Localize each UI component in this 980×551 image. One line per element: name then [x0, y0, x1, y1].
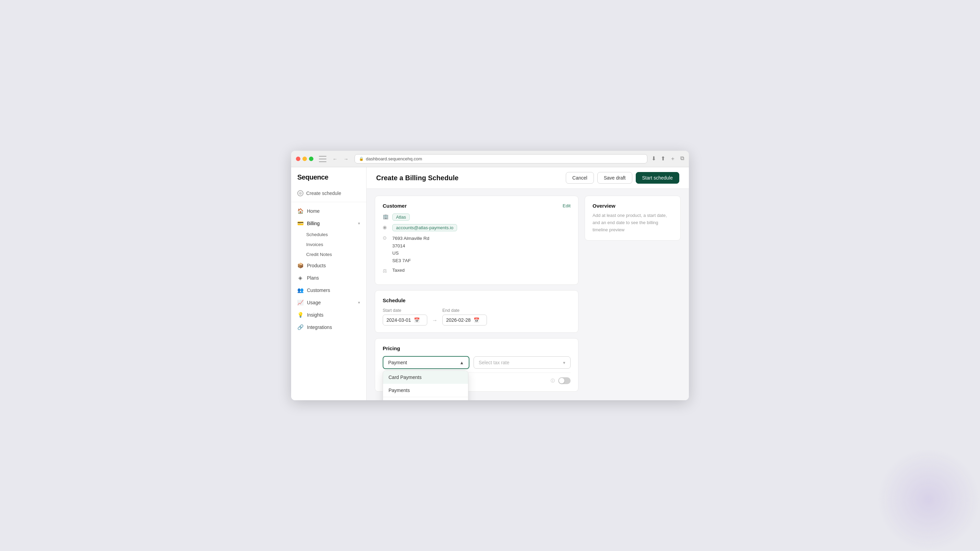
minimize-button[interactable]	[302, 157, 307, 161]
new-tab-icon[interactable]: ＋	[670, 155, 676, 162]
app-layout: Sequence ⊕ Create schedule 🏠 Home 💳 Bill…	[291, 167, 689, 400]
create-schedule-button[interactable]: ⊕ Create schedule	[291, 187, 366, 199]
start-date-value: 2024-03-01	[387, 317, 411, 323]
save-draft-button[interactable]: Save draft	[597, 172, 632, 184]
customer-name-tag: Atlas	[392, 213, 410, 221]
schedule-card-title: Schedule	[383, 297, 406, 303]
schedule-card-header: Schedule	[383, 297, 571, 303]
at-icon: ◉	[383, 224, 389, 230]
back-button[interactable]: ←	[331, 154, 339, 164]
browser-actions: ⬇ ⬆ ＋ ⧉	[652, 155, 684, 162]
stripe-toggle[interactable]	[558, 377, 571, 384]
customer-name-row: 🏢 Atlas	[383, 213, 571, 221]
pricing-row: Payment ▲ Card Payments Payments ＋	[383, 356, 571, 369]
start-date-calendar-icon: 📅	[414, 317, 420, 323]
create-schedule-label: Create schedule	[306, 191, 341, 196]
url-text: dashboard.sequencehq.com	[366, 156, 422, 161]
customer-email-tag: accounts@atlas-payments.io	[392, 224, 457, 231]
maximize-button[interactable]	[309, 157, 313, 161]
start-date-group: Start date 2024-03-01 📅	[383, 308, 427, 326]
create-schedule-icon: ⊕	[297, 190, 304, 196]
page-title: Create a Billing Schedule	[376, 174, 458, 182]
tax-icon: ⚖	[383, 268, 389, 274]
pricing-card-header: Pricing	[383, 345, 571, 351]
form-column: Customer Edit 🏢 Atlas ◉ accounts@atlas-p…	[375, 196, 579, 393]
building-icon: 🏢	[383, 214, 389, 220]
customer-address: 7693 Almaville Rd 37014 US SE3 7AF	[392, 235, 429, 264]
browser-chrome: ← → 🔒 dashboard.sequencehq.com ⬇ ⬆ ＋ ⧉	[291, 151, 689, 167]
integrations-icon: 🔗	[297, 324, 304, 330]
usage-chevron-icon: ▾	[358, 300, 360, 305]
sidebar-item-usage-label: Usage	[307, 300, 321, 305]
customer-address-row: ⊙ 7693 Almaville Rd 37014 US SE3 7AF	[383, 235, 571, 264]
address-postal: SE3 7AF	[392, 257, 429, 265]
end-date-value: 2026-02-28	[446, 317, 471, 323]
cancel-button[interactable]: Cancel	[566, 172, 594, 184]
sidebar-item-products[interactable]: 📦 Products	[291, 259, 366, 272]
sidebar-divider	[291, 202, 366, 202]
customer-card-header: Customer Edit	[383, 203, 571, 209]
app-logo: Sequence	[291, 173, 366, 187]
insights-icon: 💡	[297, 312, 304, 318]
tax-rate-placeholder: Select tax rate	[479, 360, 509, 365]
toggle-knob	[559, 378, 565, 383]
sidebar-item-home[interactable]: 🏠 Home	[291, 205, 366, 217]
sidebar-item-customers[interactable]: 👥 Customers	[291, 284, 366, 296]
sidebar-item-billing-label: Billing	[307, 221, 320, 226]
url-bar[interactable]: 🔒 dashboard.sequencehq.com	[355, 154, 648, 164]
download-icon[interactable]: ⬇	[652, 155, 656, 162]
pricing-card-title: Pricing	[383, 345, 400, 351]
pricing-select-value: Payment	[388, 360, 407, 365]
edit-customer-button[interactable]: Edit	[563, 203, 571, 208]
start-schedule-button[interactable]: Start schedule	[636, 172, 679, 184]
page-header: Create a Billing Schedule Cancel Save dr…	[367, 167, 689, 189]
nav-arrows: ← →	[331, 154, 350, 164]
main-content: Create a Billing Schedule Cancel Save dr…	[367, 167, 689, 400]
end-date-label: End date	[442, 308, 487, 313]
customer-tax-row: ⚖ Taxed	[383, 268, 571, 274]
date-arrow-separator: →	[432, 317, 438, 324]
billing-submenu: Schedules Invoices Credit Notes	[291, 230, 366, 259]
sidebar-item-credit-notes[interactable]: Credit Notes	[306, 249, 366, 259]
billing-icon: 💳	[297, 220, 304, 227]
sidebar-item-customers-label: Customers	[307, 287, 330, 293]
sidebar-item-products-label: Products	[307, 263, 326, 268]
sidebar-item-usage[interactable]: 📈 Usage ▾	[291, 296, 366, 309]
sidebar-item-schedules[interactable]: Schedules	[306, 230, 366, 240]
pricing-type-select[interactable]: Payment ▲	[383, 356, 469, 369]
pricing-card: Pricing Payment ▲ Card Payments	[375, 338, 579, 392]
close-button[interactable]	[296, 157, 301, 161]
usage-icon: 📈	[297, 300, 304, 306]
dropdown-item-payments[interactable]: Payments	[383, 384, 468, 397]
tax-select-chevron-icon: ▾	[563, 360, 565, 365]
sidebar: Sequence ⊕ Create schedule 🏠 Home 💳 Bill…	[291, 167, 367, 400]
sidebar-item-plans[interactable]: ◈ Plans	[291, 272, 366, 284]
sidebar-item-insights-label: Insights	[307, 312, 323, 318]
sidebar-item-integrations[interactable]: 🔗 Integrations	[291, 321, 366, 333]
dropdown-item-card-payments[interactable]: Card Payments	[383, 371, 468, 384]
schedule-card: Schedule Start date 2024-03-01 📅 →	[375, 290, 579, 333]
page-body: Customer Edit 🏢 Atlas ◉ accounts@atlas-p…	[367, 189, 689, 400]
overview-column: Overview Add at least one product, a sta…	[585, 196, 681, 393]
overview-card: Overview Add at least one product, a sta…	[585, 196, 681, 241]
share-icon[interactable]: ⬆	[661, 155, 665, 162]
traffic-lights	[296, 157, 313, 161]
address-line2: 37014	[392, 242, 429, 250]
header-actions: Cancel Save draft Start schedule	[566, 172, 679, 184]
address-line1: 7693 Almaville Rd	[392, 235, 429, 242]
end-date-input[interactable]: 2026-02-28 📅	[442, 314, 487, 326]
dropdown-create-new[interactable]: ＋ Create new	[383, 397, 468, 400]
lock-icon: 🔒	[359, 157, 364, 161]
billing-chevron-icon: ▾	[358, 221, 360, 226]
forward-button[interactable]: →	[342, 154, 350, 164]
products-icon: 📦	[297, 262, 304, 268]
sidebar-item-insights[interactable]: 💡 Insights	[291, 309, 366, 321]
sidebar-item-home-label: Home	[307, 208, 320, 214]
location-icon: ⊙	[383, 235, 389, 241]
copy-icon[interactable]: ⧉	[680, 155, 684, 162]
tax-rate-select[interactable]: Select tax rate ▾	[474, 356, 571, 369]
sidebar-item-billing[interactable]: 💳 Billing ▾	[291, 217, 366, 230]
sidebar-toggle-icon[interactable]	[319, 156, 326, 162]
sidebar-item-invoices[interactable]: Invoices	[306, 240, 366, 249]
start-date-input[interactable]: 2024-03-01 📅	[383, 314, 427, 326]
